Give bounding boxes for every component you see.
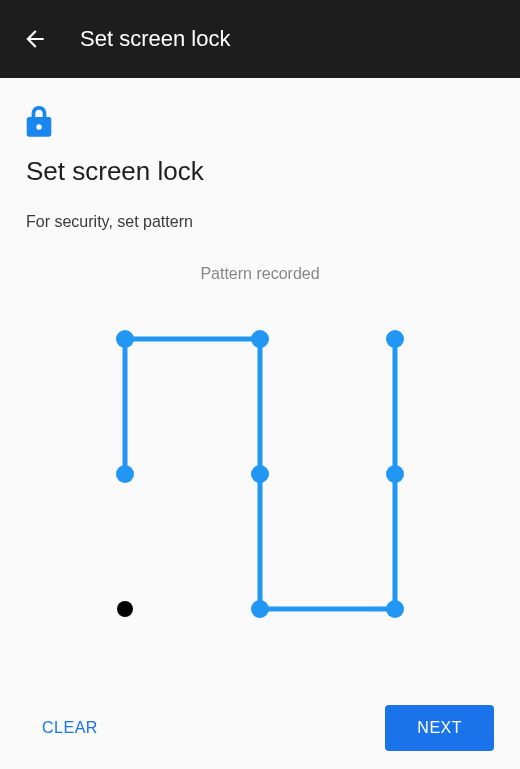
pattern-grid[interactable] [26,319,494,629]
arrow-back-icon [22,26,48,52]
pattern-svg [105,319,415,629]
svg-point-0 [36,124,41,129]
page-title: Set screen lock [26,156,494,187]
pattern-dot[interactable] [386,465,404,483]
pattern-dot[interactable] [251,465,269,483]
pattern-dot[interactable] [251,330,269,348]
pattern-dot[interactable] [386,600,404,618]
footer-bar: CLEAR NEXT [0,687,520,769]
pattern-dot[interactable] [116,330,134,348]
pattern-dot[interactable] [116,465,134,483]
next-button[interactable]: NEXT [385,705,494,751]
pattern-dot[interactable] [386,330,404,348]
lock-icon [26,106,52,138]
content-area: Set screen lock For security, set patter… [0,78,520,629]
header-title: Set screen lock [80,26,230,52]
pattern-dot[interactable] [251,600,269,618]
pattern-status: Pattern recorded [26,265,494,283]
clear-button[interactable]: CLEAR [26,707,114,749]
back-button[interactable] [20,24,50,54]
app-header: Set screen lock [0,0,520,78]
pattern-dot[interactable] [117,601,133,617]
subtitle: For security, set pattern [26,213,494,231]
